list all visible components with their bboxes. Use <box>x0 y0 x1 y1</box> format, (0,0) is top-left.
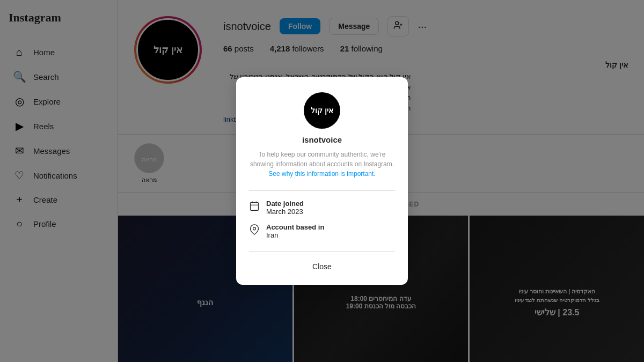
modal-description: To help keep our community authentic, we… <box>249 150 395 179</box>
modal-avatar: אין קול <box>304 92 340 129</box>
svg-point-9 <box>253 227 256 230</box>
date-joined-value: March 2023 <box>266 208 304 216</box>
account-based-row: Account based in Iran <box>249 223 395 239</box>
calendar-icon <box>249 201 260 214</box>
modal-divider <box>249 190 395 191</box>
account-based-content: Account based in Iran <box>266 223 324 239</box>
date-joined-content: Date joined March 2023 <box>266 200 304 216</box>
modal-avatar-text: אין קול <box>311 106 333 115</box>
account-based-value: Iran <box>266 231 324 239</box>
date-joined-row: Date joined March 2023 <box>249 200 395 216</box>
modal-overlay[interactable]: אין קול isnotvoice To help keep our comm… <box>0 0 644 362</box>
modal-username: isnotvoice <box>302 135 342 144</box>
account-based-label: Account based in <box>266 223 324 231</box>
see-why-link[interactable]: See why this information is important. <box>268 170 375 178</box>
close-button[interactable]: Close <box>302 259 342 274</box>
account-info-modal: אין קול isnotvoice To help keep our comm… <box>236 77 408 285</box>
modal-divider-2 <box>249 251 395 252</box>
date-joined-label: Date joined <box>266 200 304 208</box>
svg-rect-5 <box>251 202 259 210</box>
location-icon <box>249 224 260 238</box>
